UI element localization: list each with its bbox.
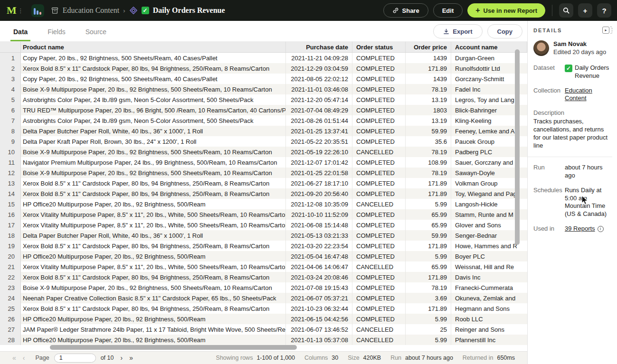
- row-number: 1: [0, 53, 21, 63]
- cell-purchase-date: 2021-06-07 05:37:21: [286, 293, 352, 303]
- table-row: 24Neenah Paper Creative Collection Basic…: [0, 293, 527, 303]
- table-row: 13Xerox Bold 8.5" x 11" Cardstock Paper,…: [0, 178, 527, 188]
- description-text: Tracks purchases, cancellations, and ret…: [533, 118, 612, 150]
- first-page-button[interactable]: «: [12, 354, 16, 362]
- cell-purchase-date: 2021-11-21 04:09:28: [286, 53, 352, 63]
- table-row: 4Boise X-9 Multipurpose Paper, 20 lbs., …: [0, 84, 527, 94]
- table-row: 12Boise X-9 Multipurpose Paper, 20 lbs.,…: [0, 168, 527, 178]
- cell-order-price: 171.89: [406, 178, 451, 188]
- export-button[interactable]: Export: [433, 24, 482, 38]
- used-in-reports-link[interactable]: 39 Reports: [565, 225, 595, 233]
- cell-order-status: COMPLETED: [352, 314, 406, 324]
- cell-product-name: Boise X-9 Multipurpose Paper, 20 lbs., 9…: [21, 282, 286, 293]
- logo-menu-dots-icon[interactable]: ⋮: [18, 7, 24, 14]
- panel-divider: [528, 157, 612, 157]
- cell-purchase-date: 2021-06-07 13:46:52: [286, 324, 352, 335]
- cell-product-name: Xerox Bold 8.5" x 11" Cardstock Paper, 8…: [21, 188, 286, 199]
- next-page-button[interactable]: ›: [120, 354, 123, 362]
- share-button[interactable]: Share: [383, 3, 428, 18]
- column-header-purchase-date[interactable]: Purchase date: [286, 42, 352, 52]
- cell-product-name: Delta Paper Butcher Paper Roll, White, 4…: [21, 230, 286, 241]
- avatar[interactable]: [533, 40, 549, 56]
- new-item-button[interactable]: +: [578, 3, 592, 18]
- last-page-button[interactable]: »: [129, 354, 133, 362]
- row-number: 25: [0, 303, 21, 314]
- table-row: 14Xerox Bold 8.5" x 11" Cardstock Paper,…: [0, 188, 527, 199]
- row-number: 2: [0, 63, 21, 74]
- edited-timestamp: Edited 20 days ago: [553, 48, 606, 56]
- collapse-panel-button[interactable]: ▸: [602, 27, 612, 34]
- horizontal-scrollbar[interactable]: [50, 345, 297, 350]
- cell-order-status: CANCELLED: [352, 324, 406, 335]
- row-number: 19: [0, 241, 21, 251]
- row-number: 7: [0, 115, 21, 126]
- cell-purchase-date: 2021-11-01 03:46:08: [286, 84, 352, 94]
- cell-order-price: 5.99: [406, 251, 451, 261]
- previous-page-button[interactable]: ‹: [23, 354, 25, 362]
- used-in-field: Used in 39 Reports i: [533, 225, 612, 233]
- info-icon[interactable]: i: [598, 226, 604, 232]
- description-label: Description: [533, 109, 612, 116]
- cell-purchase-date: 2021-12-29 03:04:59: [286, 63, 352, 74]
- cell-order-price: 78.19: [406, 168, 451, 178]
- table-row: 18Delta Paper Butcher Paper Roll, White,…: [0, 230, 527, 241]
- column-header-order-price[interactable]: Order price: [406, 42, 451, 52]
- cell-order-status: CANCELLED: [352, 147, 406, 157]
- top-header: M ⋮ Education Content › ✓ Daily Orders R…: [0, 0, 617, 21]
- cell-purchase-date: 2021-12-08 10:35:09: [286, 199, 352, 209]
- cell-product-name: HP Office20 Multipurpose Paper, 20 lbs.,…: [21, 314, 286, 324]
- copy-button[interactable]: Copy: [487, 24, 523, 38]
- cell-purchase-date: 2021-09-20 20:56:40: [286, 188, 352, 199]
- status-bar: « ‹ Page of 10 › » Showing rows1-100 of …: [0, 351, 527, 364]
- tab-data[interactable]: Data: [12, 28, 28, 41]
- share-label: Share: [402, 7, 419, 14]
- cell-order-status: COMPLETED: [352, 293, 406, 303]
- dataset-label: Dataset: [533, 64, 565, 80]
- cell-order-status: COMPLETED: [352, 303, 406, 314]
- vertical-scrollbar[interactable]: [515, 49, 520, 245]
- tab-fields[interactable]: Fields: [47, 28, 66, 41]
- cell-product-name: Boise X-9 Multipurpose Paper, 20 lbs., 9…: [21, 147, 286, 157]
- footer-stat-value: 30: [332, 355, 338, 361]
- bar-tall: [34, 8, 36, 15]
- page-title: Daily Orders Revenue: [153, 6, 225, 15]
- cell-order-price: 59.99: [406, 230, 451, 241]
- cell-product-name: HP Office20 Multipurpose Paper, 20 lbs.,…: [21, 251, 286, 261]
- row-number: 16: [0, 209, 21, 220]
- cell-product-name: Boise X-9 Multipurpose Paper, 20 lbs., 9…: [21, 84, 286, 94]
- footer-stats: Showing rows1-100 of 1,000Columns30Size4…: [216, 355, 521, 361]
- cell-order-price: 13.19: [406, 94, 451, 105]
- mode-logo[interactable]: M: [7, 5, 17, 16]
- column-header-product-name[interactable]: Product name: [21, 42, 286, 52]
- use-in-new-report-button[interactable]: + Use in new Report: [467, 3, 545, 18]
- edit-button[interactable]: Edit: [433, 3, 463, 18]
- cell-purchase-date: 2021-07-04 08:49:29: [286, 105, 352, 115]
- breadcrumb-chevron-icon: ›: [123, 7, 125, 14]
- cell-purchase-date: 2021-08-05 22:02:12: [286, 74, 352, 84]
- page-number-input[interactable]: [54, 354, 96, 363]
- help-button[interactable]: ?: [597, 3, 611, 18]
- cell-product-name: Delta Paper Kraft Paper Roll, Brown, 30 …: [21, 136, 286, 147]
- breadcrumb-collection[interactable]: Education Content: [63, 6, 120, 15]
- cell-product-name: HP Office20 Multipurpose Paper, 20 lbs.,…: [21, 335, 286, 345]
- cell-order-price: 1439: [406, 74, 451, 84]
- cell-purchase-date: 2021-06-27 18:17:10: [286, 178, 352, 188]
- header-actions: Share Edit + Use in new Report + ?: [383, 3, 611, 18]
- row-number: 9: [0, 136, 21, 147]
- row-number: 26: [0, 314, 21, 324]
- search-button[interactable]: [559, 3, 573, 18]
- row-number: 18: [0, 230, 21, 241]
- table-row: 21Xerox Vitality Multipurpose Paper, 8.5…: [0, 261, 527, 272]
- tab-source[interactable]: Source: [85, 28, 107, 41]
- column-header-order-status[interactable]: Order status: [352, 42, 406, 52]
- collection-link[interactable]: Education Content: [565, 87, 592, 102]
- workspace-bar-chart-icon[interactable]: [31, 4, 44, 17]
- cell-product-name: Copy Paper, 20 lbs., 92 Brightness, 500 …: [21, 74, 286, 84]
- cell-product-name: HP Office20 Multipurpose Paper, 20 lbs.,…: [21, 199, 286, 209]
- copy-label: Copy: [497, 28, 513, 35]
- cell-purchase-date: 2021-05-04 16:47:48: [286, 251, 352, 261]
- table-row: 23Boise X-9 Multipurpose Paper, 20 lbs.,…: [0, 282, 527, 293]
- bar-small: [39, 12, 41, 15]
- run-value: about 7 hours ago: [565, 164, 612, 180]
- table-row: 5Astrobrights Color Paper, 24 lb./89 gsm…: [0, 94, 527, 105]
